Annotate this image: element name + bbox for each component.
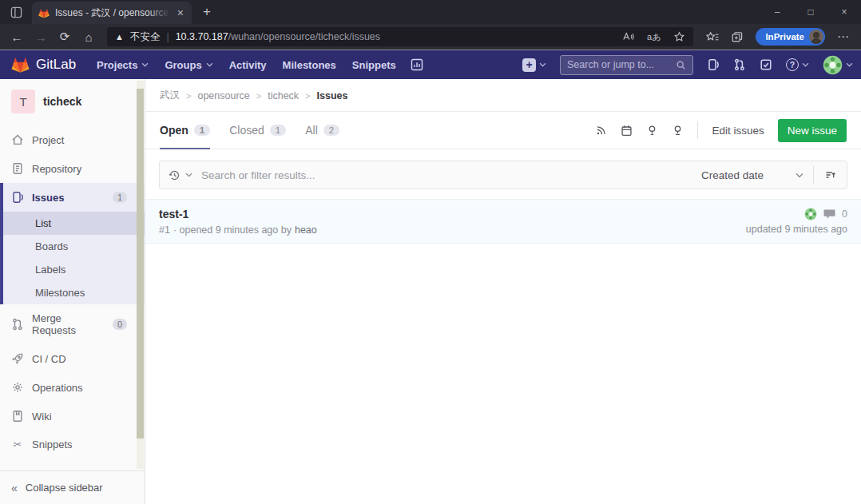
help-icon: ?: [786, 58, 799, 71]
security-label[interactable]: 不安全: [130, 30, 161, 44]
global-search[interactable]: [560, 55, 693, 75]
sidebar-item-operations[interactable]: Operations: [0, 373, 145, 402]
sidebar-subitem-milestones[interactable]: Milestones: [3, 281, 145, 304]
breadcrumb-project[interactable]: ticheck: [268, 90, 299, 101]
gitlab-favicon: [38, 8, 50, 18]
edit-issues-button[interactable]: Edit issues: [712, 125, 764, 137]
breadcrumb-subgroup[interactable]: opensource: [197, 90, 249, 101]
chart-button[interactable]: [411, 58, 423, 71]
menu-activity[interactable]: Activity: [229, 59, 267, 71]
sort-descending-icon: [824, 169, 836, 181]
more-menu-icon[interactable]: ⋯: [837, 30, 850, 44]
sort-direction-button[interactable]: [813, 166, 847, 184]
collections-icon[interactable]: [731, 31, 744, 43]
window-controls: – □ ×: [760, 0, 861, 24]
menu-projects[interactable]: Projects: [97, 59, 149, 71]
tab-close-icon[interactable]: ×: [176, 6, 185, 19]
sidebar-item-merge-requests[interactable]: Merge Requests 0: [0, 304, 145, 344]
user-menu[interactable]: [823, 55, 853, 75]
favorites-hub-icon[interactable]: [706, 31, 719, 43]
issue-title-link[interactable]: test-1: [159, 208, 317, 220]
project-sidebar: T ticheck Project Repository Issues 1: [0, 79, 145, 504]
tab-closed[interactable]: Closed 1: [229, 112, 286, 149]
chevron-down-icon: [796, 173, 803, 178]
project-avatar: T: [11, 89, 35, 113]
todos-shortcut-button[interactable]: [760, 58, 772, 71]
inprivate-badge[interactable]: InPrivate: [756, 28, 825, 46]
issue-row[interactable]: test-1 #1 · opened 9 minutes ago by heao…: [145, 199, 861, 244]
new-tab-button[interactable]: +: [192, 0, 222, 24]
global-search-input[interactable]: [567, 59, 671, 70]
tab-all[interactable]: All 2: [305, 112, 339, 149]
sidebar-scrollbar-thumb[interactable]: [137, 89, 144, 439]
close-button[interactable]: ×: [827, 0, 861, 24]
scissors-icon: ✂: [11, 439, 24, 450]
new-issue-button[interactable]: New issue: [778, 119, 847, 142]
maximize-button[interactable]: □: [794, 0, 827, 24]
history-icon: [169, 169, 181, 181]
calendar-button[interactable]: [621, 125, 633, 137]
merge-request-icon: [733, 58, 746, 71]
url-divider: |: [166, 31, 169, 42]
collapse-sidebar-button[interactable]: « Collapse sidebar: [0, 470, 145, 504]
gitlab-logo: [11, 56, 30, 73]
breadcrumb-current: Issues: [317, 90, 348, 101]
menu-milestones[interactable]: Milestones: [283, 59, 336, 71]
browser-tab[interactable]: Issues - 武汉 / opensource / tich ×: [32, 2, 192, 24]
label-button[interactable]: [646, 125, 658, 137]
recent-searches-dropdown[interactable]: [160, 169, 201, 181]
sidebar-subitem-labels[interactable]: Labels: [3, 258, 145, 281]
sidebar-scrollbar[interactable]: [137, 81, 144, 469]
wiki-icon: [11, 410, 24, 423]
collapse-icon: «: [11, 482, 18, 494]
gitlab-navbar-right: + ?: [522, 55, 853, 75]
sidebar-item-snippets[interactable]: ✂ Snippets: [0, 431, 145, 458]
sidebar-nav: Project Repository Issues 1 List Boards …: [0, 125, 145, 458]
read-aloud-icon[interactable]: [622, 31, 634, 42]
home-button[interactable]: ⌂: [77, 26, 101, 48]
help-menu[interactable]: ?: [786, 58, 809, 71]
address-bar[interactable]: ▲ 不安全 | 10.3.70.187/wuhan/opensource/tic…: [107, 27, 693, 46]
sidebar-item-repository[interactable]: Repository: [0, 154, 145, 183]
assignee-avatar[interactable]: [804, 208, 817, 220]
tab-open[interactable]: Open 1: [160, 112, 210, 149]
issues-shortcut-button[interactable]: [707, 58, 720, 71]
breadcrumb-group[interactable]: 武汉: [160, 89, 180, 102]
sidebar-item-issues[interactable]: Issues 1: [3, 183, 145, 212]
sidebar-item-project[interactable]: Project: [0, 125, 145, 154]
chevron-down-icon: [185, 173, 192, 177]
tab-actions-icon: [10, 6, 22, 18]
user-avatar: [823, 55, 843, 75]
sidebar-item-ci-cd[interactable]: CI / CD: [0, 344, 145, 373]
merge-requests-shortcut-button[interactable]: [733, 58, 746, 71]
document-icon: [11, 162, 24, 175]
url-bar-icons: aあ: [622, 31, 685, 43]
menu-snippets[interactable]: Snippets: [352, 59, 396, 71]
inprivate-label: InPrivate: [765, 32, 804, 42]
sort-dropdown[interactable]: Created date: [692, 169, 813, 181]
issues-count-badge: 1: [113, 192, 127, 203]
forward-button[interactable]: →: [29, 26, 53, 48]
sidebar-item-wiki[interactable]: Wiki: [0, 402, 145, 431]
translate-icon[interactable]: aあ: [647, 31, 661, 43]
new-dropdown[interactable]: +: [522, 58, 546, 72]
issue-author-link[interactable]: heao: [295, 224, 317, 236]
gitlab-menu: Projects Groups Activity Milestones Snip…: [89, 58, 423, 71]
back-button[interactable]: ←: [5, 26, 29, 48]
menu-groups[interactable]: Groups: [165, 59, 212, 71]
sidebar-issues-section: Issues 1 List Boards Labels Milestones: [0, 183, 145, 304]
todo-check-icon: [760, 58, 772, 71]
minimize-button[interactable]: –: [760, 0, 794, 24]
issues-icon: [707, 58, 720, 71]
project-header[interactable]: T ticheck: [0, 79, 145, 121]
label-icon: [672, 125, 684, 137]
refresh-button[interactable]: ⟳: [53, 26, 77, 48]
sidebar-subitem-boards[interactable]: Boards: [3, 235, 145, 258]
tab-actions-button[interactable]: [0, 0, 32, 24]
add-favorite-icon[interactable]: [673, 31, 685, 42]
sidebar-subitem-list[interactable]: List: [3, 212, 145, 235]
labels-button[interactable]: [672, 125, 684, 137]
gitlab-brand[interactable]: GitLab: [11, 56, 76, 73]
rss-button[interactable]: [596, 125, 607, 136]
filter-search-input[interactable]: [201, 169, 692, 181]
